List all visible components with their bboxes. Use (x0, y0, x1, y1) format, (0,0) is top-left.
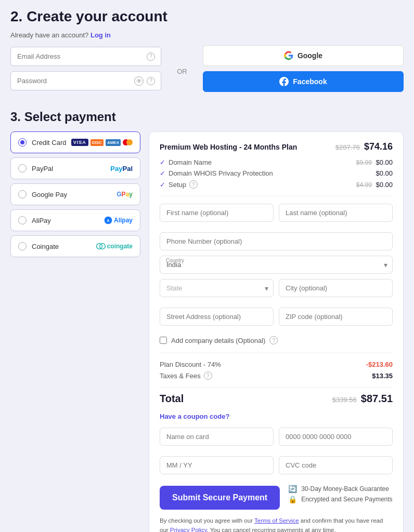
privacy-policy-link[interactable]: Privacy Policy (170, 527, 207, 532)
terms-of-service-link[interactable]: Terms of Service (254, 517, 299, 524)
plan-original-price: $287.76 (335, 143, 360, 151)
payment-method-paypal[interactable]: PayPal PayPal (10, 157, 140, 179)
email-help-icon[interactable]: ? (147, 52, 155, 61)
company-help-icon[interactable]: ? (269, 336, 278, 344)
card-logos: VISA DISC AMEX (71, 139, 133, 146)
card-name-field (160, 428, 274, 446)
first-name-field (160, 204, 274, 222)
radio-coingate (18, 242, 27, 250)
company-label: Add company details (Optional) (171, 337, 265, 344)
account-layout: ? 👁 ? OR Google (10, 45, 404, 97)
card-expiry-cvc-row (160, 456, 393, 480)
state-field: State (160, 279, 274, 297)
facebook-icon (279, 77, 289, 86)
password-help-icon[interactable]: ? (147, 77, 155, 85)
guarantee-item-1: 🔄 30-Day Money-Back Guarantee (288, 485, 392, 493)
coingate-logo: coingate (96, 243, 133, 250)
taxes-amount: $13.35 (372, 372, 393, 380)
payment-method-google-pay[interactable]: Google Pay GPay (10, 183, 140, 205)
card-name-input[interactable] (160, 428, 274, 446)
payment-method-coingate[interactable]: Coingate coingate (10, 235, 140, 257)
state-select[interactable]: State (160, 279, 274, 297)
terms-text: By checking out you agree with our Terms… (160, 516, 393, 532)
plan-price: $287.76 $74.16 (335, 141, 393, 152)
card-form (160, 428, 393, 480)
radio-paypal (18, 164, 27, 172)
zip-input[interactable] (279, 308, 393, 326)
street-field (160, 308, 274, 326)
total-original-price: $339.56 (332, 396, 357, 404)
svg-text:A: A (107, 219, 110, 222)
first-name-input[interactable] (160, 204, 274, 222)
setup-help-icon[interactable]: ? (189, 180, 198, 189)
country-field: Country India (160, 256, 393, 274)
city-field (279, 279, 393, 297)
card-number-input[interactable] (279, 428, 393, 446)
company-checkbox[interactable] (160, 337, 167, 344)
or-divider: OR (161, 68, 203, 75)
discount-amount: -$213.60 (366, 361, 393, 368)
account-left: ? 👁 ? (10, 47, 161, 96)
alipay-logo: A Alipay (104, 216, 133, 224)
taxes-help-icon[interactable]: ? (204, 371, 212, 380)
last-name-field (279, 204, 393, 222)
phone-field (160, 232, 393, 250)
account-right: Google Facebook (203, 45, 404, 97)
payment-section: 3. Select payment Credit Card VISA DISC … (10, 110, 404, 532)
payment-methods-list: Credit Card VISA DISC AMEX PayPal (10, 131, 140, 261)
payment-heading: 3. Select payment (10, 110, 404, 124)
guarantees-list: 🔄 30-Day Money-Back Guarantee 🔒 Encrypte… (288, 485, 392, 503)
card-expiry-input[interactable] (160, 456, 274, 474)
name-row (160, 204, 393, 227)
payment-right-panel: Premium Web Hosting - 24 Months Plan $28… (149, 131, 404, 532)
submit-payment-button[interactable]: Submit Secure Payment (160, 486, 280, 510)
total-price: $339.56 $87.51 (332, 393, 393, 405)
plan-current-price: $74.16 (364, 141, 393, 152)
google-login-button[interactable]: Google (203, 45, 404, 66)
total-label: Total (160, 393, 184, 405)
mastercard-logo (123, 139, 133, 145)
check-icon-3: ✓ (160, 181, 165, 189)
state-city-row: State (160, 279, 393, 302)
password-field-wrap: 👁 ? (10, 71, 161, 90)
card-number-field (279, 428, 393, 446)
payment-method-alipay[interactable]: AliPay A Alipay (10, 209, 140, 231)
radio-google-pay (18, 190, 27, 198)
country-label: Country (166, 258, 184, 263)
payment-method-credit-card[interactable]: Credit Card VISA DISC AMEX (10, 131, 140, 153)
card-name-number-row (160, 428, 393, 451)
amex-logo: AMEX (106, 139, 121, 146)
discount-row: Plan Discount - 74% -$213.60 (160, 361, 393, 368)
company-check-wrapper: Add company details (Optional) ? (160, 336, 393, 344)
email-input[interactable] (10, 47, 161, 66)
divider-1 (160, 196, 393, 196)
street-input[interactable] (160, 308, 274, 326)
password-visibility-icon[interactable]: 👁 (134, 76, 144, 86)
discount-label: Plan Discount - 74% (160, 361, 221, 368)
plan-title: Premium Web Hosting - 24 Months Plan (160, 143, 297, 151)
card-cvc-input[interactable] (279, 456, 393, 474)
taxes-row: Taxes & Fees ? $13.35 (160, 371, 393, 380)
zip-field (279, 308, 393, 326)
total-row: Total $339.56 $87.51 (160, 387, 393, 405)
plan-item-domain: ✓ Domain Name $9.99 $0.00 (160, 158, 393, 166)
radio-credit-card (18, 138, 27, 147)
submit-guarantee-row: Submit Secure Payment 🔄 30-Day Money-Bac… (160, 485, 393, 511)
card-expiry-field (160, 456, 274, 474)
login-link[interactable]: Log in (90, 31, 111, 39)
total-current-price: $87.51 (361, 393, 393, 405)
facebook-login-button[interactable]: Facebook (203, 71, 404, 92)
plan-item-whois: ✓ Domain WHOIS Privacy Protection $0.00 (160, 169, 393, 177)
phone-input[interactable] (160, 232, 393, 250)
payment-card: Premium Web Hosting - 24 Months Plan $28… (149, 131, 404, 532)
radio-alipay (18, 216, 27, 224)
coupon-link[interactable]: Have a coupon code? (160, 413, 229, 420)
secure-icon: 🔒 (288, 495, 297, 503)
city-input[interactable] (279, 279, 393, 297)
already-account-text: Already have an account? Log in (10, 31, 404, 39)
card-cvc-field (279, 456, 393, 474)
last-name-input[interactable] (279, 204, 393, 222)
country-select[interactable]: India (160, 256, 393, 274)
check-icon-2: ✓ (160, 169, 165, 177)
account-section: 2. Create your account Already have an a… (10, 8, 404, 97)
